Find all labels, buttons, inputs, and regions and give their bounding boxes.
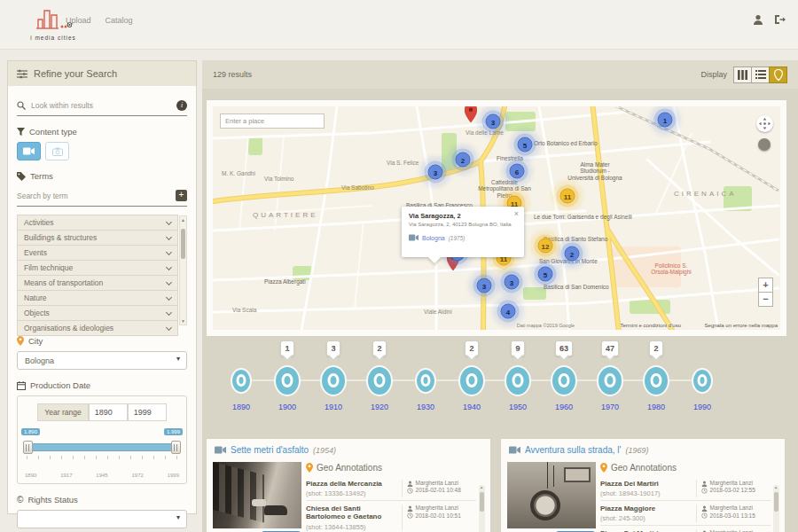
- logout-icon[interactable]: [774, 12, 786, 28]
- annotation-timestamp: 2018-03-01 13:15: [701, 512, 771, 520]
- look-within-input[interactable]: [31, 101, 171, 110]
- year-from-input[interactable]: [89, 403, 128, 421]
- tick-label: 1917: [60, 473, 72, 478]
- scrollbar-thumb[interactable]: [181, 229, 185, 259]
- slider-max-tooltip: 1.999: [164, 428, 183, 435]
- map-cluster-marker[interactable]: 3: [428, 165, 443, 180]
- map-cluster-marker[interactable]: 12: [538, 239, 553, 254]
- results-map[interactable]: M. K. GandhiQUARTIEREVia TolminoVia Sabo…: [213, 106, 780, 330]
- zoom-in-button[interactable]: +: [758, 278, 773, 293]
- timeline-node[interactable]: [598, 367, 622, 395]
- term-category-label: Film technique: [24, 263, 73, 272]
- nav-link-upload[interactable]: Upload: [66, 16, 91, 25]
- timeline-node[interactable]: [232, 370, 250, 392]
- map-pin-marker[interactable]: [465, 106, 477, 126]
- pan-arrows-icon: [759, 118, 771, 129]
- city-select[interactable]: Bologna: [17, 351, 187, 370]
- map-cluster-marker[interactable]: 2: [456, 153, 471, 168]
- map-cluster-marker[interactable]: 1: [658, 113, 673, 128]
- production-date-label: Production Date: [30, 380, 90, 390]
- map-report-error-link[interactable]: Segnala un errore nella mappa: [705, 323, 778, 328]
- photo-camera-icon: [52, 147, 63, 156]
- term-category-events[interactable]: Events: [17, 245, 178, 261]
- chevron-down-icon: [166, 324, 172, 330]
- timeline-node[interactable]: [460, 367, 483, 395]
- imediacities-app: { "navbar": { "logo_text": "i media citi…: [0, 0, 798, 532]
- add-term-button[interactable]: [176, 190, 187, 201]
- year-to-input[interactable]: [128, 403, 167, 421]
- term-category-nature[interactable]: Nature: [17, 290, 178, 306]
- term-category-buildings-structures[interactable]: Buildings & structures: [17, 230, 178, 246]
- term-category-objects[interactable]: Objects: [17, 305, 178, 321]
- timeline-node[interactable]: [693, 370, 711, 392]
- map-cluster-marker[interactable]: 3: [486, 114, 501, 129]
- annotation-timestamp: 2018-03-02 12:55: [701, 487, 771, 494]
- term-category-activities[interactable]: Activities: [17, 215, 178, 231]
- display-list-button[interactable]: [751, 66, 770, 83]
- content-type-photo-button[interactable]: [45, 142, 69, 160]
- map-cluster-marker[interactable]: 4: [501, 304, 516, 319]
- chevron-down-icon: [166, 309, 172, 315]
- year-range-label: Year range: [37, 403, 88, 421]
- term-category-label: Means of transportation: [24, 278, 103, 287]
- slider-handle-max[interactable]: [171, 441, 181, 454]
- results-count: 129 results: [213, 70, 252, 79]
- slider-track[interactable]: [25, 443, 179, 451]
- info-icon[interactable]: i: [176, 100, 187, 111]
- term-category-film-technique[interactable]: Film technique: [17, 260, 178, 276]
- search-by-term-input[interactable]: [17, 192, 170, 200]
- timeline-node[interactable]: [417, 370, 434, 392]
- timeline-decade-1990: 1990: [679, 340, 725, 411]
- timeline-node[interactable]: [322, 367, 345, 395]
- map-cluster-marker[interactable]: 5: [538, 267, 553, 282]
- timeline-node[interactable]: [506, 367, 529, 395]
- map-cluster-marker[interactable]: 5: [518, 137, 533, 153]
- timeline-node[interactable]: [552, 367, 575, 395]
- term-list-scrollbar[interactable]: [179, 215, 187, 325]
- rights-status-select[interactable]: [17, 510, 187, 528]
- street-view-control[interactable]: [758, 138, 771, 151]
- geo-annotation-row[interactable]: Piazza della Mercanzia(shot: 13336-13492…: [306, 476, 476, 500]
- close-icon[interactable]: ×: [514, 209, 519, 218]
- map-cluster-marker[interactable]: 6: [510, 164, 525, 179]
- term-category-list-wrap: ActivitiesBuildings & structuresEventsFi…: [17, 215, 187, 325]
- nav-link-catalog[interactable]: Catalog: [106, 16, 133, 25]
- map-terms-link[interactable]: Termini e condizioni d'uso: [620, 323, 681, 328]
- display-map-button[interactable]: [769, 66, 787, 83]
- content-type-video-button[interactable]: [17, 142, 41, 160]
- map-pan-control[interactable]: [756, 115, 773, 132]
- look-within-row: i: [17, 93, 187, 116]
- annotation-place: Chiesa dei Santi Bartolomeo e Gaetano: [306, 505, 398, 520]
- tick-label: 1972: [131, 473, 143, 478]
- map-place-search-input[interactable]: [220, 113, 325, 129]
- map-cluster-marker[interactable]: 3: [477, 278, 492, 293]
- geo-annotation-row[interactable]: Piazza Maggiore(shot: 245-300)Margherita…: [600, 500, 771, 525]
- zoom-out-button[interactable]: −: [758, 292, 773, 307]
- geo-annotation-row[interactable]: Chiesa dei Santi Bartolomeo e Gaetano(sh…: [306, 500, 476, 532]
- film-title-link[interactable]: Sette metri d'asfalto: [231, 445, 309, 455]
- film-title-link[interactable]: Avventura sulla strada, l': [525, 445, 621, 455]
- timeline-decade-1980: 21980: [633, 340, 679, 411]
- decade-count-badge: 2: [372, 340, 386, 356]
- timeline-node[interactable]: [368, 367, 391, 395]
- top-navbar: i media cities Upload Catalog: [0, 0, 798, 50]
- timeline-node[interactable]: [276, 367, 299, 395]
- timeline-node[interactable]: [645, 367, 668, 395]
- film-thumbnail[interactable]: [507, 462, 596, 528]
- display-grid-button[interactable]: [733, 66, 752, 83]
- film-thumbnail[interactable]: [213, 462, 301, 528]
- slider-handle-min[interactable]: [23, 441, 33, 454]
- term-category-means-of-transportation[interactable]: Means of transportation: [17, 275, 178, 291]
- user-icon[interactable]: [753, 12, 763, 28]
- chevron-down-icon: [166, 218, 172, 224]
- annotations-scrollbar[interactable]: [773, 485, 779, 532]
- map-cluster-marker[interactable]: 11: [560, 189, 575, 204]
- infowindow-film-link[interactable]: Bologna: [422, 235, 445, 241]
- annotations-scrollbar[interactable]: [479, 485, 485, 532]
- map-cluster-marker[interactable]: 2: [565, 246, 580, 262]
- geo-annotation-row[interactable]: Piazza Dei MartiriMargherita Lanzi: [600, 525, 771, 532]
- term-category-organisations-ideologies[interactable]: Organisations & ideologies: [17, 320, 178, 336]
- production-date-panel: Year range 1.890 1.999 1890 1917 1945 19…: [17, 395, 187, 484]
- map-cluster-marker[interactable]: 3: [505, 275, 520, 290]
- geo-annotation-row[interactable]: Piazza Dei Martiri(shot: 18943-19017)Mar…: [600, 476, 771, 500]
